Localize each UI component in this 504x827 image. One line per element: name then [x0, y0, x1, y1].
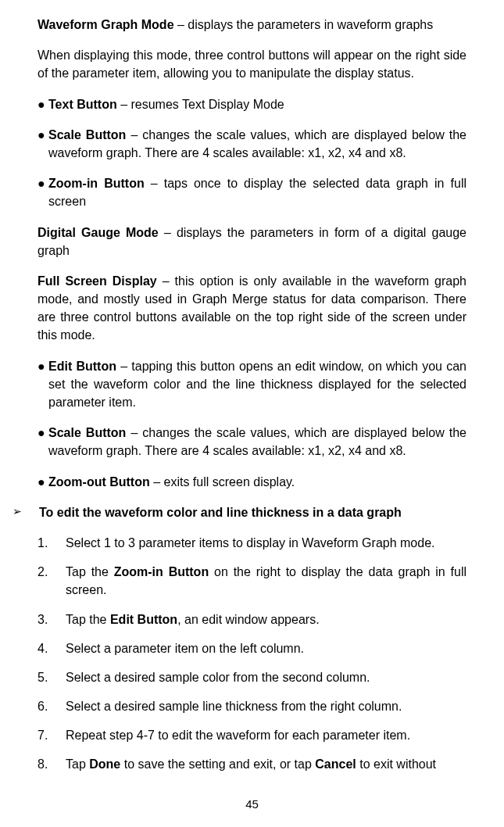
step-number: 4. — [38, 639, 66, 657]
bullet-icon: ● — [38, 126, 48, 162]
bullet-icon: ● — [38, 424, 48, 460]
bullet-zoomin-button: ● Zoom-in Button – taps once to display … — [38, 174, 466, 210]
bullet-icon: ● — [38, 174, 48, 210]
step-number: 5. — [38, 668, 66, 686]
fullscreen-title: Full Screen Display — [38, 274, 157, 288]
bullet-edit-button: ● Edit Button – tapping this button open… — [38, 357, 466, 412]
step-text: Tap the Zoom-in Button on the right to d… — [66, 563, 466, 599]
step-5: 5. Select a desired sample color from th… — [38, 668, 466, 686]
step-number: 7. — [38, 726, 66, 744]
step-text: Select a parameter item on the left colu… — [66, 639, 466, 657]
waveform-mode-heading: Waveform Graph Mode – displays the param… — [38, 16, 466, 34]
scale-btn2-title: Scale Button — [48, 426, 126, 439]
scale-btn-title: Scale Button — [48, 128, 126, 141]
step-number: 8. — [38, 755, 66, 773]
step-number: 2. — [38, 563, 66, 599]
step-7: 7. Repeat step 4-7 to edit the waveform … — [38, 726, 466, 744]
step-3: 3. Tap the Edit Button, an edit window a… — [38, 610, 466, 628]
bullet-text-button: ● Text Button – resumes Text Display Mod… — [38, 95, 466, 113]
bullet-zoomout-button: ● Zoom-out Button – exits full screen di… — [38, 473, 466, 491]
step-6: 6. Select a desired sample line thicknes… — [38, 697, 466, 715]
page-number: 45 — [0, 796, 504, 813]
digital-gauge-heading: Digital Gauge Mode – displays the parame… — [38, 224, 466, 260]
step-1: 1. Select 1 to 3 parameter items to disp… — [38, 534, 466, 552]
step-2: 2. Tap the Zoom-in Button on the right t… — [38, 563, 466, 599]
step-number: 6. — [38, 697, 66, 715]
step-4: 4. Select a parameter item on the left c… — [38, 639, 466, 657]
waveform-mode-desc: – displays the parameters in waveform gr… — [174, 18, 434, 31]
zoomin-btn-title: Zoom-in Button — [48, 177, 145, 190]
step-text: Tap the Edit Button, an edit window appe… — [66, 610, 466, 628]
zoomout-btn-desc: – exits full screen display. — [150, 475, 295, 489]
bullet-scale-button: ● Scale Button – changes the scale value… — [38, 126, 466, 162]
arrow-heading-text: To edit the waveform color and line thic… — [39, 503, 466, 521]
fullscreen-heading: Full Screen Display – this option is onl… — [38, 272, 466, 345]
text-btn-title: Text Button — [48, 98, 117, 111]
step-text: Tap Done to save the setting and exit, o… — [66, 755, 466, 773]
step-text: Select 1 to 3 parameter items to display… — [66, 534, 466, 552]
step-8: 8. Tap Done to save the setting and exit… — [38, 755, 466, 773]
edit-btn-title: Edit Button — [48, 360, 116, 373]
step-number: 3. — [38, 610, 66, 628]
text-btn-desc: – resumes Text Display Mode — [117, 98, 284, 111]
digital-title: Digital Gauge Mode — [38, 226, 159, 239]
waveform-mode-title: Waveform Graph Mode — [38, 18, 174, 31]
arrow-icon: ➢ — [13, 503, 39, 521]
step-text: Select a desired sample color from the s… — [66, 668, 466, 686]
step-text: Select a desired sample line thickness f… — [66, 697, 466, 715]
step-number: 1. — [38, 534, 66, 552]
bullet-icon: ● — [38, 357, 48, 412]
step-text: Repeat step 4-7 to edit the waveform for… — [66, 726, 466, 744]
arrow-heading-item: ➢ To edit the waveform color and line th… — [13, 503, 466, 521]
bullet-scale-button-2: ● Scale Button – changes the scale value… — [38, 424, 466, 460]
waveform-mode-para: When displaying this mode, three control… — [38, 46, 466, 82]
zoomout-btn-title: Zoom-out Button — [48, 475, 150, 489]
bullet-icon: ● — [38, 95, 48, 113]
bullet-icon: ● — [38, 473, 48, 491]
